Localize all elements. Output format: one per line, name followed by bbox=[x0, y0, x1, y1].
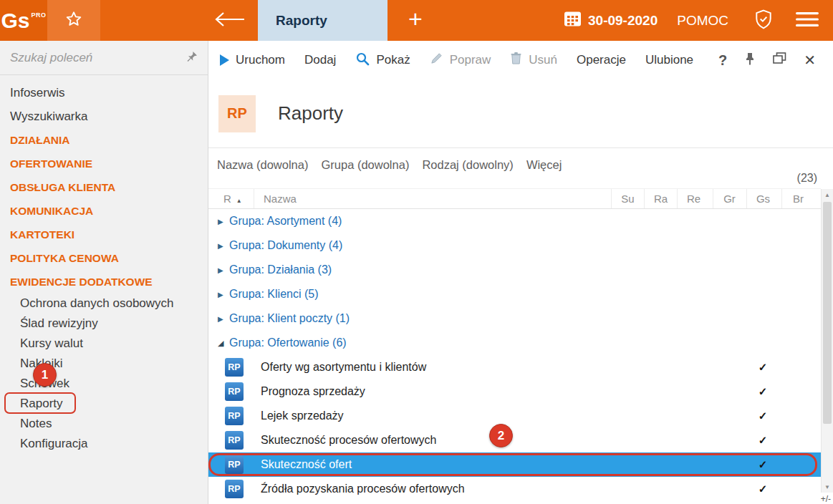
sidebar-item-label: Notes bbox=[20, 417, 52, 431]
favorites-button[interactable] bbox=[47, 0, 100, 41]
new-tab-button[interactable]: + bbox=[399, 0, 432, 41]
group-row-klient-poczty[interactable]: Grupa: Klient poczty (1) bbox=[208, 306, 821, 331]
column-header-br[interactable]: Br bbox=[781, 189, 814, 208]
star-icon bbox=[64, 10, 83, 32]
sidebar-item-notes[interactable]: Notes bbox=[0, 414, 208, 434]
group-row-dzialania[interactable]: Grupa: Działania (3) bbox=[208, 258, 821, 282]
column-header-ra[interactable]: Ra bbox=[644, 189, 677, 208]
page-title: Raporty bbox=[278, 102, 343, 125]
column-header-gr[interactable]: Gr bbox=[713, 189, 746, 208]
expand-icon[interactable] bbox=[218, 315, 229, 323]
date-picker[interactable]: 30-09-2020 bbox=[564, 10, 658, 31]
sidebar-item-infoserwis[interactable]: Infoserwis bbox=[0, 81, 208, 105]
sidebar-item-dzialania[interactable]: DZIAŁANIA bbox=[0, 128, 208, 152]
plus-icon: + bbox=[408, 5, 423, 33]
column-header-su[interactable]: Su bbox=[611, 189, 644, 208]
vertical-scrollbar[interactable]: ▲ ▼ bbox=[821, 189, 833, 493]
group-label: Grupa: Ofertowanie (6) bbox=[229, 336, 347, 349]
help-icon[interactable]: ? bbox=[718, 52, 727, 69]
tab-raporty[interactable]: Raporty bbox=[258, 0, 387, 41]
content-panel: Uruchom Dodaj Pokaż Popraw bbox=[208, 41, 833, 504]
close-icon[interactable]: ✕ bbox=[804, 52, 816, 69]
table-row[interactable]: RP Prognoza sprzedaży ✓ bbox=[208, 379, 821, 404]
collapse-icon[interactable] bbox=[218, 339, 229, 348]
sidebar-item-konfiguracja[interactable]: Konfiguracja bbox=[0, 434, 208, 454]
edit-button[interactable]: Popraw bbox=[430, 52, 491, 69]
calendar-icon bbox=[564, 10, 582, 31]
scroll-up-icon[interactable]: ▲ bbox=[822, 189, 833, 200]
operations-button[interactable]: Operacje bbox=[577, 53, 626, 67]
annotation-step-2: 2 bbox=[489, 424, 513, 447]
main-menu-button[interactable] bbox=[796, 11, 819, 30]
favorites-menu-button[interactable]: Ulubione bbox=[645, 53, 693, 67]
help-menu-label: POMOC bbox=[677, 13, 728, 28]
table-row-selected[interactable]: RP Skuteczność ofert ✓ bbox=[208, 452, 821, 477]
sidebar-item-komunikacja[interactable]: KOMUNIKACJA bbox=[0, 199, 208, 223]
table-header: R Nazwa Su Ra Re Gr Gs Br bbox=[208, 188, 821, 209]
pin-icon[interactable] bbox=[186, 51, 198, 65]
column-header-re[interactable]: Re bbox=[677, 189, 710, 208]
sidebar-item-ewidencje-dodatkowe[interactable]: EWIDENCJE DODATKOWE bbox=[0, 270, 208, 294]
sidebar-item-ochrona-danych[interactable]: Ochrona danych osobowych bbox=[0, 294, 208, 314]
filter-wiecej[interactable]: Więcej bbox=[526, 158, 562, 172]
back-button[interactable] bbox=[212, 0, 248, 41]
run-button[interactable]: Uruchom bbox=[220, 53, 285, 67]
expand-icon[interactable] bbox=[218, 266, 229, 274]
sidebar-item-kartoteki[interactable]: KARTOTEKI bbox=[0, 223, 208, 246]
group-row-ofertowanie[interactable]: Grupa: Ofertowanie (6) bbox=[208, 331, 821, 355]
sidebar-item-slad-rewizyjny[interactable]: Ślad rewizyjny bbox=[0, 314, 208, 334]
sidebar-item-ofertowanie[interactable]: OFERTOWANIE bbox=[0, 152, 208, 175]
main-area: Infoserwis Wyszukiwarka DZIAŁANIA OFERTO… bbox=[0, 41, 833, 504]
column-header-gs[interactable]: Gs bbox=[746, 189, 779, 208]
expand-icon[interactable] bbox=[218, 291, 229, 299]
scroll-down-icon[interactable]: ▼ bbox=[822, 481, 833, 493]
sidebar-item-label: DZIAŁANIA bbox=[10, 134, 70, 147]
sidebar: Infoserwis Wyszukiwarka DZIAŁANIA OFERTO… bbox=[0, 41, 208, 504]
search-input[interactable] bbox=[10, 51, 186, 65]
delete-button[interactable]: Usuń bbox=[510, 52, 557, 69]
filter-nazwa[interactable]: Nazwa (dowolna) bbox=[217, 158, 308, 172]
table-row[interactable]: RP Oferty wg asortymentu i klientów ✓ bbox=[208, 355, 821, 379]
sidebar-item-label: Ochrona danych osobowych bbox=[20, 296, 174, 311]
new-window-icon[interactable] bbox=[773, 52, 786, 68]
edit-label: Popraw bbox=[450, 53, 491, 67]
security-button[interactable] bbox=[754, 9, 773, 32]
column-label: Ra bbox=[654, 193, 668, 205]
record-count: (23) bbox=[797, 172, 817, 185]
run-label: Uruchom bbox=[236, 53, 285, 67]
scrollbar-thumb[interactable] bbox=[823, 202, 832, 424]
sidebar-item-wyszukiwarka[interactable]: Wyszukiwarka bbox=[0, 105, 208, 128]
logo-pro-text: PRO bbox=[32, 11, 47, 19]
sidebar-item-raporty[interactable]: Raporty bbox=[0, 394, 208, 414]
expand-icon[interactable] bbox=[218, 242, 229, 250]
show-button[interactable]: Pokaż bbox=[355, 52, 410, 69]
group-row-dokumenty[interactable]: Grupa: Dokumenty (4) bbox=[208, 233, 821, 258]
table-row[interactable]: RP Źródła pozyskania procesów ofertowych… bbox=[208, 477, 821, 501]
report-name: Skuteczność procesów ofertowych bbox=[261, 434, 436, 447]
sidebar-item-schowek[interactable]: Schowek bbox=[0, 374, 208, 394]
sidebar-item-kursy-walut[interactable]: Kursy walut bbox=[0, 334, 208, 354]
topbar-right: 30-09-2020 POMOC bbox=[564, 0, 833, 41]
table-row[interactable]: RP Skuteczność procesów ofertowych ✓ bbox=[208, 428, 821, 452]
column-header-r[interactable]: R bbox=[223, 189, 242, 208]
table-row[interactable]: RP Lejek sprzedaży ✓ bbox=[208, 404, 821, 428]
pin-panel-icon[interactable] bbox=[744, 52, 756, 69]
table-body: Grupa: Asortyment (4) Grupa: Dokumenty (… bbox=[208, 209, 821, 504]
expand-icon[interactable] bbox=[218, 218, 229, 226]
report-icon: RP bbox=[225, 455, 244, 474]
group-label: Grupa: Asortyment (4) bbox=[229, 215, 342, 228]
sidebar-item-polityka-cenowa[interactable]: POLITYKA CENOWA bbox=[0, 246, 208, 270]
column-header-nazwa[interactable]: Nazwa bbox=[254, 189, 297, 208]
add-button[interactable]: Dodaj bbox=[304, 53, 336, 67]
filter-grupa[interactable]: Grupa (dowolna) bbox=[321, 158, 409, 172]
group-label: Grupa: Klienci (5) bbox=[229, 288, 319, 301]
help-menu[interactable]: POMOC bbox=[677, 13, 728, 29]
play-icon bbox=[220, 54, 229, 66]
sidebar-item-obsluga-klienta[interactable]: OBSŁUGA KLIENTA bbox=[0, 175, 208, 199]
filter-rodzaj[interactable]: Rodzaj (dowolny) bbox=[422, 158, 513, 172]
sidebar-item-naklejki[interactable]: Naklejki bbox=[0, 354, 208, 374]
column-label: Gs bbox=[756, 193, 770, 205]
group-row-klienci[interactable]: Grupa: Klienci (5) bbox=[208, 282, 821, 306]
tab-label: Raporty bbox=[276, 13, 327, 29]
group-row-asortyment[interactable]: Grupa: Asortyment (4) bbox=[208, 209, 821, 233]
